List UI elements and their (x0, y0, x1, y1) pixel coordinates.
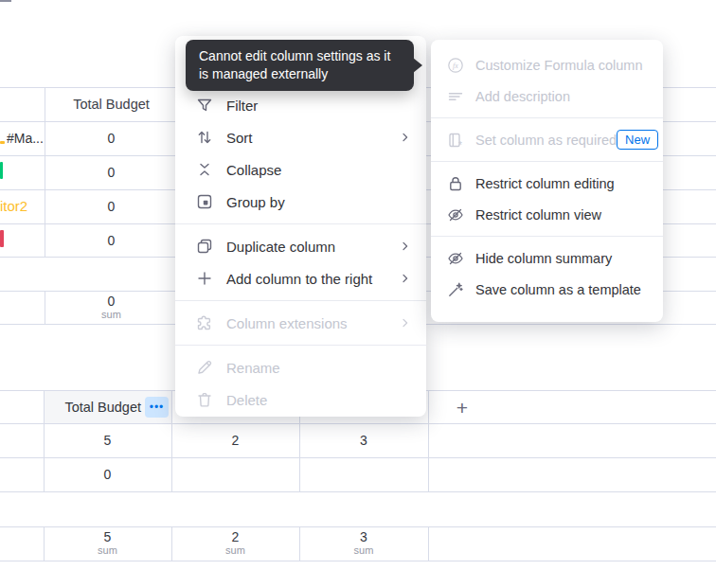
lock-icon (446, 174, 465, 193)
group-by-icon (195, 192, 214, 211)
row-label-fragment-yellow (0, 141, 5, 144)
table-cell[interactable]: 5 (44, 423, 171, 457)
sort-icon (195, 128, 214, 147)
filter-icon (195, 96, 214, 115)
chevron-right-icon (398, 271, 413, 286)
row-label-fragment-green (0, 162, 3, 179)
summary-value: 2 (232, 530, 240, 544)
menu-item-label: Sort (226, 130, 253, 146)
menu-item-customize-formula[interactable]: fx Customize Formula column (431, 49, 663, 80)
menu-item-rename[interactable]: Rename (175, 351, 426, 383)
menu-item-label: Restrict column view (475, 207, 601, 223)
puzzle-icon (195, 313, 214, 332)
menu-item-group-by[interactable]: Group by (175, 186, 426, 218)
new-badge: New (617, 130, 658, 150)
tooltip-text-line2: is managed externally (199, 65, 401, 83)
summary-value: 5 (104, 530, 112, 544)
menu-divider (431, 117, 663, 118)
row-label[interactable]: itor2 (0, 189, 44, 223)
menu-divider (175, 300, 426, 301)
menu-item-duplicate-column[interactable]: Duplicate column (175, 230, 426, 262)
menu-item-label: Delete (226, 392, 267, 408)
chevron-right-icon (398, 239, 413, 254)
menu-item-label: Group by (226, 194, 285, 210)
menu-item-collapse[interactable]: Collapse (175, 153, 426, 186)
table-cell[interactable]: 0 (45, 189, 178, 223)
chevron-right-icon (398, 315, 413, 330)
table-cell[interactable]: 2 (171, 423, 299, 457)
magic-wand-icon (446, 280, 465, 299)
column-summary[interactable]: 0 sum (45, 291, 178, 324)
grid-line (428, 390, 429, 491)
column-header-label: Total Budget (64, 400, 141, 415)
column-summary[interactable]: 2 sum (171, 526, 299, 561)
duplicate-icon (195, 237, 214, 256)
eye-off-icon (446, 205, 465, 224)
summary-label: sum (101, 309, 121, 321)
table-cell[interactable]: 0 (44, 457, 171, 491)
table-cell[interactable]: 0 (45, 155, 178, 189)
table-cell[interactable]: 3 (299, 423, 428, 457)
menu-item-restrict-view[interactable]: Restrict column view (431, 199, 663, 230)
collapse-icon (195, 160, 214, 179)
menu-item-add-description[interactable]: Add description (431, 80, 663, 112)
menu-item-save-template[interactable]: Save column as a template (431, 274, 663, 305)
formula-fx-icon: fx (446, 56, 465, 75)
column-summary[interactable]: 3 sum (299, 526, 428, 561)
menu-item-label: Set column as required (475, 133, 617, 148)
tooltip: Cannot edit column settings as it is man… (186, 40, 414, 91)
menu-item-label: Filter (226, 98, 258, 114)
grid-line (428, 526, 429, 561)
table-cell[interactable]: 0 (45, 223, 178, 257)
menu-item-label: Add description (475, 89, 570, 104)
menu-item-label: Duplicate column (226, 239, 335, 255)
plus-icon: + (456, 398, 468, 418)
menu-item-label: Collapse (226, 162, 281, 178)
column-settings-submenu: fx Customize Formula column Add descript… (431, 40, 663, 322)
more-options-icon: ••• (150, 401, 165, 413)
top-table-column-header[interactable]: Total Budget (45, 87, 178, 121)
eye-off-icon (446, 249, 465, 268)
menu-item-label: Hide column summary (475, 251, 612, 266)
menu-divider (431, 161, 663, 162)
svg-text:*: * (458, 139, 462, 150)
grid-line (0, 491, 716, 492)
row-label[interactable]: #Ma... (7, 121, 45, 155)
summary-label: sum (98, 544, 117, 557)
menu-divider (175, 223, 426, 224)
menu-item-column-extensions[interactable]: Column extensions (175, 307, 426, 339)
row-label-fragment-red (0, 230, 4, 247)
menu-item-add-column-right[interactable]: Add column to the right (175, 262, 426, 294)
bottom-table-column-header[interactable]: Total Budget ••• (45, 391, 171, 423)
menu-item-delete[interactable]: Delete (175, 383, 426, 416)
menu-item-label: Restrict column editing (475, 176, 615, 191)
summary-value: 3 (360, 530, 367, 544)
menu-item-label: Add column to the right (226, 271, 372, 287)
summary-value: 0 (108, 294, 116, 309)
menu-item-label: Rename (226, 360, 280, 376)
required-column-icon: * (446, 131, 465, 150)
menu-divider (175, 345, 426, 346)
menu-item-label: Customize Formula column (475, 58, 642, 73)
column-context-menu: Filter Sort Collapse Group by (175, 36, 426, 417)
tooltip-text-line1: Cannot edit column settings as it (199, 47, 401, 65)
menu-item-filter[interactable]: Filter (175, 89, 426, 121)
menu-item-hide-summary[interactable]: Hide column summary (431, 242, 663, 274)
trash-icon (195, 390, 214, 409)
menu-item-sort[interactable]: Sort (175, 121, 426, 153)
chevron-right-icon (398, 130, 413, 145)
plus-icon (195, 269, 214, 288)
menu-item-label: Save column as a template (475, 282, 641, 297)
column-menu-button[interactable]: ••• (145, 397, 169, 418)
grid-line (0, 561, 716, 561)
menu-item-restrict-editing[interactable]: Restrict column editing (431, 168, 663, 199)
summary-label: sum (225, 544, 245, 557)
column-summary[interactable]: 5 sum (44, 526, 171, 561)
svg-text:fx: fx (453, 61, 458, 69)
table-cell[interactable]: 0 (45, 121, 178, 155)
description-lines-icon (446, 87, 465, 106)
menu-divider (431, 236, 663, 237)
add-column-button[interactable]: + (452, 397, 473, 418)
menu-item-set-required[interactable]: * Set column as required New (431, 124, 663, 155)
menu-item-label: Column extensions (226, 315, 348, 331)
